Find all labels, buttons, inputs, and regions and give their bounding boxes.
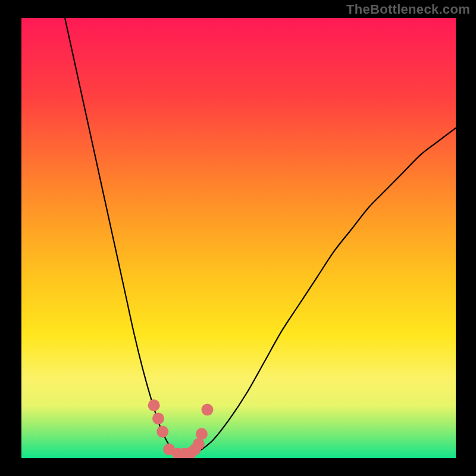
chart-frame: TheBottleneck.com xyxy=(0,0,476,476)
highlight-marker xyxy=(196,428,208,440)
chart-svg xyxy=(21,18,456,458)
highlight-marker xyxy=(152,412,164,424)
watermark-text: TheBottleneck.com xyxy=(346,2,470,17)
gradient-background xyxy=(21,18,456,458)
highlight-marker xyxy=(156,426,168,438)
plot-area xyxy=(21,18,456,458)
highlight-marker xyxy=(148,399,160,411)
highlight-marker xyxy=(201,404,213,416)
highlight-marker xyxy=(193,438,205,450)
